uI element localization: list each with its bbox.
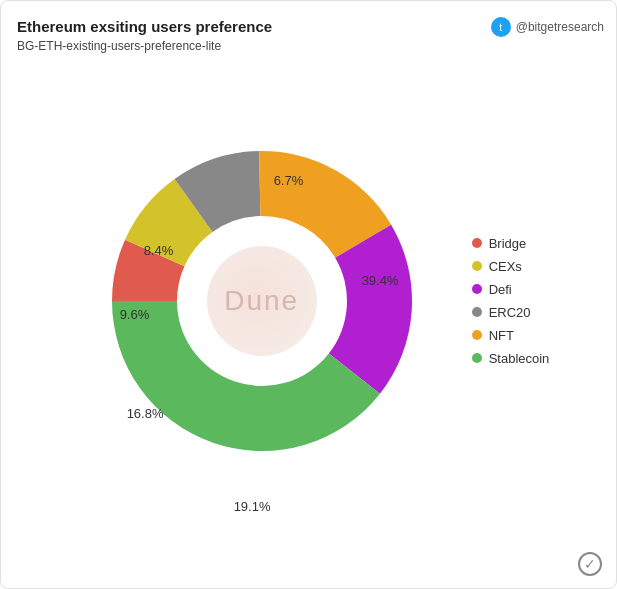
- legend-dot: [472, 353, 482, 363]
- legend-dot: [472, 261, 482, 271]
- dune-circle: [207, 246, 317, 356]
- label-defi: 19.1%: [234, 499, 271, 514]
- legend-item: Defi: [472, 282, 550, 297]
- verify-icon: ✓: [578, 552, 602, 576]
- legend: BridgeCEXsDefiERC20NFTStablecoin: [472, 236, 550, 366]
- header: Ethereum exsiting users preference BG-ET…: [17, 17, 604, 53]
- legend-item: NFT: [472, 328, 550, 343]
- legend-dot: [472, 330, 482, 340]
- chart-title: Ethereum exsiting users preference: [17, 17, 272, 37]
- legend-dot: [472, 307, 482, 317]
- twitter-handle: @bitgetresearch: [516, 20, 604, 34]
- legend-label: CEXs: [489, 259, 522, 274]
- chart-area: Dune 6.7% 8.4% 9.6% 16.8% 19.1% 39.4% Br…: [17, 61, 604, 541]
- donut-chart: Dune 6.7% 8.4% 9.6% 16.8% 19.1% 39.4%: [72, 111, 452, 491]
- twitter-icon: t: [491, 17, 511, 37]
- legend-label: Stablecoin: [489, 351, 550, 366]
- twitter-badge: t @bitgetresearch: [491, 17, 604, 37]
- legend-item: CEXs: [472, 259, 550, 274]
- legend-dot: [472, 284, 482, 294]
- legend-label: Bridge: [489, 236, 527, 251]
- legend-item: Stablecoin: [472, 351, 550, 366]
- legend-dot: [472, 238, 482, 248]
- legend-item: Bridge: [472, 236, 550, 251]
- chart-subtitle: BG-ETH-existing-users-preference-lite: [17, 39, 272, 53]
- chart-container: Ethereum exsiting users preference BG-ET…: [0, 0, 617, 589]
- legend-item: ERC20: [472, 305, 550, 320]
- legend-label: NFT: [489, 328, 514, 343]
- legend-label: Defi: [489, 282, 512, 297]
- legend-label: ERC20: [489, 305, 531, 320]
- title-block: Ethereum exsiting users preference BG-ET…: [17, 17, 272, 53]
